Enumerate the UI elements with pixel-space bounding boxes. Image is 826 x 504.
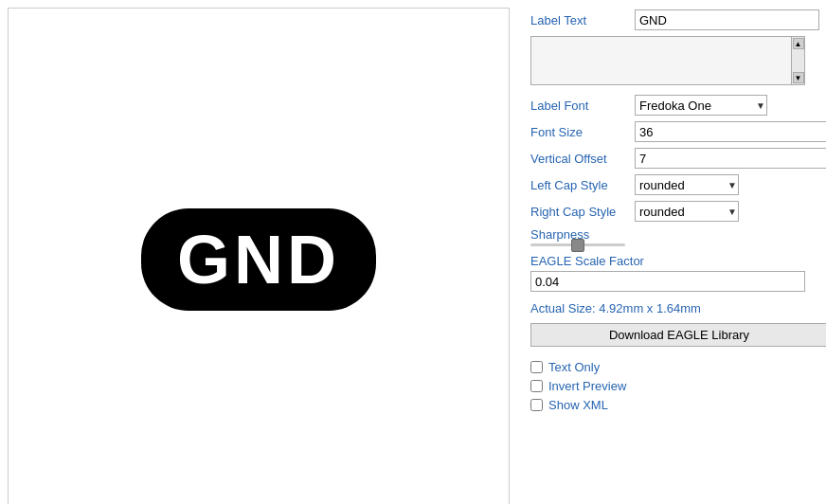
gnd-badge-text: GND [177, 225, 340, 294]
invert-preview-checkbox[interactable] [530, 380, 543, 392]
label-font-label: Label Font [530, 99, 635, 113]
show-xml-row: Show XML [530, 398, 826, 412]
label-text-area[interactable]: ▲ ▼ [530, 36, 805, 85]
font-size-input[interactable] [635, 121, 826, 142]
font-size-label: Font Size [530, 125, 635, 139]
slider-thumb[interactable] [571, 239, 584, 252]
scroll-down-arrow[interactable]: ▼ [793, 72, 804, 83]
vertical-offset-label: Vertical Offset [530, 152, 635, 166]
show-xml-checkbox[interactable] [530, 399, 543, 411]
preview-panel: GND [8, 8, 510, 504]
label-font-select[interactable]: Fredoka One Arial Roboto Open Sans [635, 95, 767, 116]
eagle-scale-section: EAGLE Scale Factor [530, 254, 826, 292]
slider-track [530, 243, 625, 246]
eagle-scale-label: EAGLE Scale Factor [530, 254, 826, 268]
left-cap-row: Left Cap Style rounded square pointed ▼ [530, 174, 826, 195]
controls-panel: Label Text ▲ ▼ Label Font Fredoka One Ar… [517, 0, 826, 504]
sharpness-row: Sharpness [530, 227, 826, 246]
text-only-checkbox[interactable] [530, 361, 543, 373]
sharpness-slider-container [530, 243, 826, 246]
vertical-offset-input[interactable] [635, 148, 826, 169]
actual-size-row: Actual Size: 4.92mm x 1.64mm [530, 301, 826, 319]
actual-size-text: Actual Size: 4.92mm x 1.64mm [530, 301, 701, 315]
label-font-row: Label Font Fredoka One Arial Roboto Open… [530, 95, 826, 116]
right-cap-label: Right Cap Style [530, 205, 635, 219]
label-text-row: Label Text [530, 9, 826, 30]
eagle-scale-input[interactable] [530, 271, 805, 292]
font-size-row: Font Size [530, 121, 826, 142]
label-text-input[interactable] [635, 9, 819, 30]
invert-preview-label[interactable]: Invert Preview [548, 379, 626, 393]
preview-canvas: GND [9, 9, 509, 504]
left-cap-select-wrapper: rounded square pointed ▼ [635, 174, 739, 195]
scroll-up-arrow[interactable]: ▲ [793, 38, 804, 49]
label-text-label: Label Text [530, 13, 635, 27]
scrollbar: ▲ ▼ [791, 37, 804, 84]
left-cap-select[interactable]: rounded square pointed [635, 174, 739, 195]
download-eagle-button[interactable]: Download EAGLE Library [530, 323, 826, 347]
label-font-select-wrapper: Fredoka One Arial Roboto Open Sans ▼ [635, 95, 767, 116]
gnd-badge: GND [141, 208, 376, 311]
invert-preview-row: Invert Preview [530, 379, 826, 393]
text-only-row: Text Only [530, 360, 826, 374]
right-cap-select-wrapper: rounded square pointed ▼ [635, 201, 739, 222]
right-cap-row: Right Cap Style rounded square pointed ▼ [530, 201, 826, 222]
left-cap-label: Left Cap Style [530, 178, 635, 192]
text-only-label[interactable]: Text Only [548, 360, 600, 374]
show-xml-label[interactable]: Show XML [548, 398, 608, 412]
vertical-offset-row: Vertical Offset [530, 148, 826, 169]
right-cap-select[interactable]: rounded square pointed [635, 201, 739, 222]
